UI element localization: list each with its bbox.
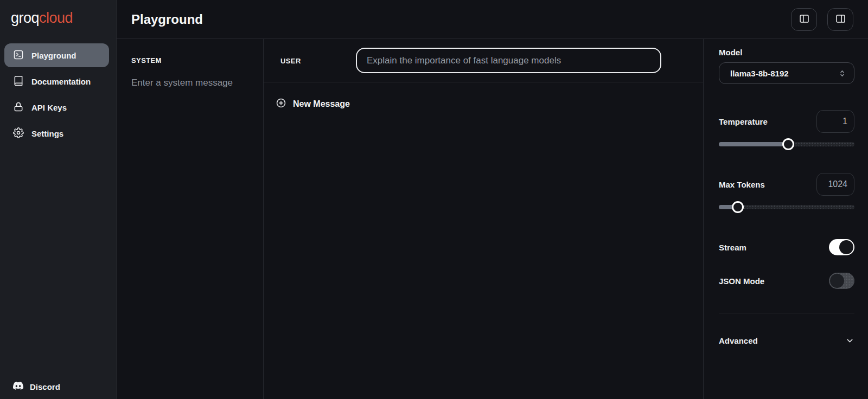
sidebar-nav: Playground Documentation API Keys Settin… [4,43,109,147]
sidebar-item-api-keys[interactable]: API Keys [4,95,109,119]
user-message-input[interactable] [356,48,661,73]
temperature-row: Temperature 1 [719,110,854,133]
temperature-slider-thumb[interactable] [782,138,794,150]
max-tokens-slider-thumb[interactable] [732,201,744,213]
new-message-button[interactable]: New Message [264,98,703,111]
user-role-label-wrap: USER [280,56,356,66]
system-message-input[interactable]: Enter a system message [131,78,248,88]
max-tokens-value-input[interactable]: 1024 [816,173,854,196]
max-tokens-label: Max Tokens [719,180,765,189]
model-select[interactable]: llama3-8b-8192 [719,62,854,84]
settings-panel: Model llama3-8b-8192 Temperature 1 Max T… [703,39,868,399]
header-actions [791,8,853,31]
discord-icon [13,381,23,392]
temperature-label: Temperature [719,117,768,126]
json-mode-row: JSON Mode [719,273,854,289]
sidebar-item-settings[interactable]: Settings [4,121,109,145]
user-role-label: USER [280,57,301,65]
json-mode-label: JSON Mode [719,276,764,286]
sidebar-item-playground[interactable]: Playground [4,43,109,67]
new-message-label: New Message [293,99,350,109]
json-mode-toggle-knob [830,274,844,288]
gear-icon [13,127,24,140]
sidebar-item-label: API Keys [31,103,67,112]
temperature-slider-fill [719,142,788,146]
sidebar-item-discord[interactable]: Discord [13,381,60,392]
temperature-value: 1 [843,117,847,126]
temperature-value-input[interactable]: 1 [816,110,854,133]
logo-cloud: cloud [39,10,73,26]
book-icon [13,75,24,88]
stream-row: Stream [719,239,854,255]
panel-left-icon [799,13,810,26]
model-select-value: llama3-8b-8192 [730,69,789,78]
stream-label: Stream [719,243,746,252]
settings-divider [719,313,854,313]
toggle-right-panel-button[interactable] [827,8,853,31]
json-mode-toggle[interactable] [829,273,854,289]
groqcloud-logo: groqcloud [11,10,73,27]
header: Playground [117,0,868,39]
temperature-slider[interactable] [719,138,854,150]
stream-toggle-knob [839,240,853,254]
chevron-down-icon [845,336,854,345]
max-tokens-value: 1024 [828,179,847,189]
advanced-label: Advanced [719,336,758,345]
terminal-icon [13,49,24,62]
toggle-left-panel-button[interactable] [791,8,817,31]
selector-icon [838,69,846,78]
system-role-label: SYSTEM [131,56,248,65]
page-title: Playground [131,12,203,27]
lock-icon [13,101,24,114]
sidebar-item-label: Settings [31,129,63,138]
sidebar-item-label: Documentation [31,77,91,86]
sidebar-item-label: Playground [31,51,76,60]
max-tokens-row: Max Tokens 1024 [719,173,854,196]
max-tokens-slider[interactable] [719,201,854,213]
sidebar-item-documentation[interactable]: Documentation [4,69,109,93]
sidebar: groqcloud Playground Documentation API K… [0,0,117,399]
panel-right-icon [835,13,846,26]
system-message-panel: SYSTEM Enter a system message [117,39,264,399]
discord-label: Discord [30,382,60,391]
plus-circle-icon [276,98,286,111]
model-label: Model [719,48,854,57]
logo-groq: groq [11,10,39,26]
advanced-section-header[interactable]: Advanced [719,336,854,345]
stream-toggle[interactable] [829,239,854,255]
chat-panel: USER New Message [264,39,703,399]
user-message-row: USER [264,39,703,82]
